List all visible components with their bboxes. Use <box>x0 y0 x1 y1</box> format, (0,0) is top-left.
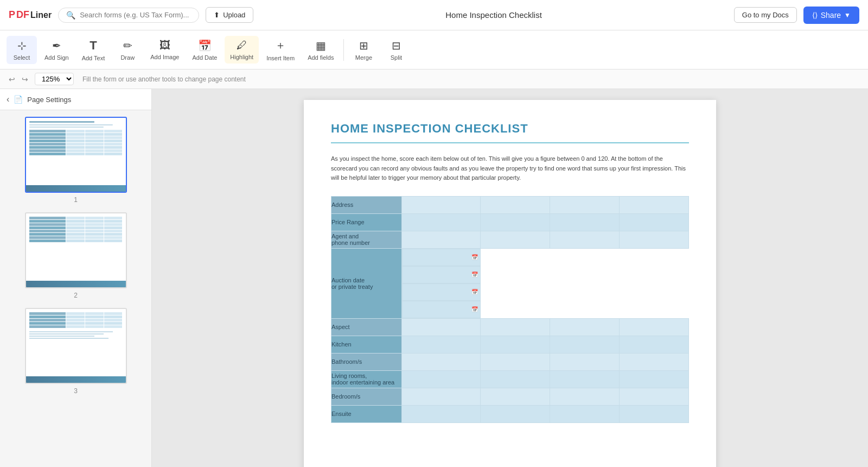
row-cell[interactable] <box>550 336 620 353</box>
ensuite-input-4[interactable] <box>620 406 688 422</box>
kitchen-input-2[interactable] <box>481 336 550 353</box>
price-input-4[interactable] <box>620 214 688 231</box>
price-input-1[interactable] <box>402 214 480 231</box>
auction-date-input-4[interactable] <box>403 301 471 318</box>
tool-add-text[interactable]: T Add Text <box>76 35 111 65</box>
bathroom-input-1[interactable] <box>402 354 480 370</box>
aspect-input-3[interactable] <box>550 319 619 336</box>
row-cell[interactable] <box>620 196 689 213</box>
row-cell[interactable] <box>550 213 620 231</box>
bathroom-input-4[interactable] <box>620 354 688 370</box>
row-cell[interactable] <box>550 388 620 405</box>
upload-button[interactable]: ⬆ Upload <box>206 7 253 23</box>
zoom-select[interactable]: 125% 100% 75% 150% <box>35 73 74 85</box>
row-cell-date-4[interactable]: 📅 <box>402 301 481 318</box>
goto-docs-button[interactable]: Go to my Docs <box>734 7 797 23</box>
ensuite-input-1[interactable] <box>402 406 480 422</box>
row-cell[interactable] <box>402 213 481 231</box>
tool-select[interactable]: ⊹ Select <box>7 36 37 64</box>
row-cell[interactable] <box>620 388 689 405</box>
living-input-2[interactable] <box>481 371 550 388</box>
sidebar-toggle-button[interactable]: ‹ <box>7 94 9 104</box>
row-cell[interactable] <box>550 353 620 370</box>
tool-insert-item[interactable]: ＋ Insert Item <box>261 35 300 65</box>
row-cell[interactable] <box>620 318 689 336</box>
row-cell[interactable] <box>550 231 620 248</box>
auction-date-input-2[interactable] <box>403 267 471 283</box>
row-cell[interactable] <box>620 231 689 248</box>
address-input-2[interactable] <box>481 197 550 213</box>
row-cell[interactable] <box>402 388 481 405</box>
aspect-input-1[interactable] <box>402 319 480 336</box>
living-input-4[interactable] <box>620 371 688 388</box>
row-cell[interactable] <box>620 336 689 353</box>
row-cell-date-2[interactable]: 📅 <box>402 266 481 283</box>
ensuite-input-2[interactable] <box>481 406 550 422</box>
aspect-input-4[interactable] <box>620 319 688 336</box>
row-cell[interactable] <box>481 388 550 405</box>
auction-date-input-1[interactable] <box>403 249 471 266</box>
address-input-4[interactable] <box>620 197 688 213</box>
row-cell[interactable] <box>620 213 689 231</box>
tool-add-sign[interactable]: ✒ Add Sign <box>39 36 74 64</box>
row-cell[interactable] <box>481 353 550 370</box>
agent-input-4[interactable] <box>620 231 688 248</box>
row-cell[interactable] <box>481 405 550 422</box>
tool-draw[interactable]: ✏ Draw <box>112 36 143 64</box>
price-input-3[interactable] <box>550 214 619 231</box>
page-thumb-1[interactable] <box>25 117 127 193</box>
row-cell[interactable] <box>481 318 550 336</box>
aspect-input-2[interactable] <box>481 319 550 336</box>
page-thumb-3[interactable] <box>25 308 127 384</box>
row-cell[interactable] <box>620 353 689 370</box>
bedroom-input-3[interactable] <box>550 388 619 405</box>
row-cell[interactable] <box>481 231 550 248</box>
ensuite-input-3[interactable] <box>550 406 619 422</box>
page-thumb-2[interactable] <box>25 212 127 288</box>
tool-split[interactable]: ⊟ Split <box>381 36 411 64</box>
row-cell-date-1[interactable]: 📅 <box>402 249 481 266</box>
tool-add-date[interactable]: 📅 Add Date <box>187 36 222 64</box>
address-input-1[interactable] <box>402 197 480 213</box>
bathroom-input-2[interactable] <box>481 354 550 370</box>
agent-input-3[interactable] <box>550 231 619 248</box>
row-cell-date-3[interactable]: 📅 <box>402 283 481 301</box>
living-input-3[interactable] <box>550 371 619 388</box>
price-input-2[interactable] <box>481 214 550 231</box>
bathroom-input-3[interactable] <box>550 354 619 370</box>
tool-add-fields[interactable]: ▦ Add fields <box>302 36 339 64</box>
undo-button[interactable]: ↩ <box>7 74 17 85</box>
search-bar[interactable]: 🔍 <box>58 8 199 23</box>
search-input[interactable] <box>80 11 191 19</box>
row-cell[interactable] <box>550 196 620 213</box>
tool-add-image[interactable]: 🖼 Add Image <box>145 36 184 64</box>
redo-button[interactable]: ↪ <box>20 74 30 85</box>
bedroom-input-4[interactable] <box>620 388 688 405</box>
row-cell[interactable] <box>402 336 481 353</box>
share-button[interactable]: ⟨⟩ Share ▼ <box>803 7 859 24</box>
agent-input-1[interactable] <box>402 231 480 248</box>
row-cell[interactable] <box>620 405 689 422</box>
kitchen-input-3[interactable] <box>550 336 619 353</box>
row-cell[interactable] <box>402 353 481 370</box>
row-cell[interactable] <box>402 318 481 336</box>
kitchen-input-4[interactable] <box>620 336 688 353</box>
row-cell[interactable] <box>402 196 481 213</box>
row-cell[interactable] <box>402 231 481 248</box>
row-cell[interactable] <box>550 318 620 336</box>
tool-merge[interactable]: ⊞ Merge <box>348 36 379 64</box>
row-cell[interactable] <box>402 405 481 422</box>
row-cell[interactable] <box>620 370 689 388</box>
row-cell[interactable] <box>481 370 550 388</box>
row-cell[interactable] <box>481 196 550 213</box>
row-cell[interactable] <box>402 370 481 388</box>
auction-date-input-3[interactable] <box>403 284 471 300</box>
address-input-3[interactable] <box>550 197 619 213</box>
bedroom-input-2[interactable] <box>481 388 550 405</box>
living-input-1[interactable] <box>402 371 480 388</box>
row-cell[interactable] <box>481 213 550 231</box>
agent-input-2[interactable] <box>481 231 550 248</box>
row-cell[interactable] <box>550 370 620 388</box>
tool-highlight[interactable]: 🖊 Highlight <box>225 36 259 64</box>
row-cell[interactable] <box>550 405 620 422</box>
